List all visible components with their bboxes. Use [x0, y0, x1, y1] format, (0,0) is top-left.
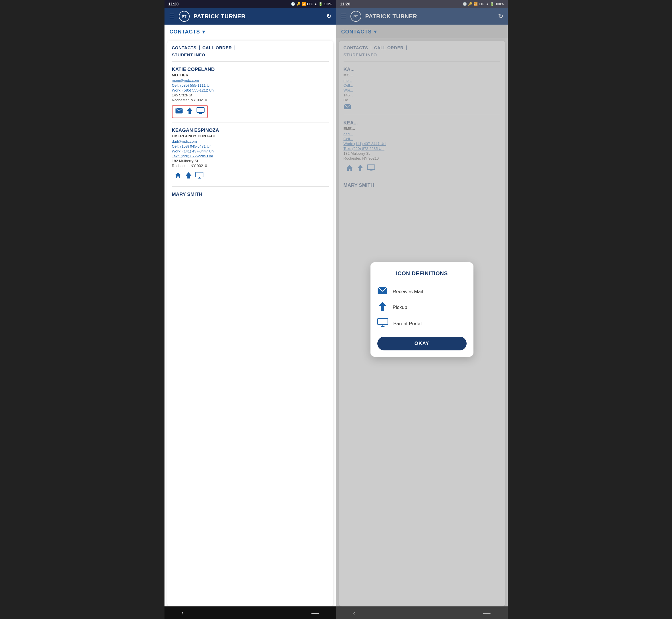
header-title: PATRICK TURNER — [194, 13, 246, 20]
icon-definitions-modal: ICON DEFINITIONS Receives Mail — [371, 262, 473, 357]
contact-icons-0[interactable] — [172, 105, 208, 118]
modal-row-mail: Receives Mail — [377, 287, 467, 297]
modal-mail-icon — [377, 287, 388, 297]
contact-work-1[interactable]: Work: (141) 437-3447 Unl — [172, 149, 329, 153]
avatar: PT — [179, 11, 190, 22]
modal-portal-label: Parent Portal — [393, 321, 422, 327]
monitor-icon-1 — [195, 172, 203, 181]
contact-katie-copeland: KATIE COPELAND MOTHER mom@mdx.com Cell: … — [167, 63, 333, 121]
tab-student-info[interactable]: STUDENT INFO — [167, 52, 333, 60]
contacts-card-left: CONTACTS | CALL ORDER | STUDENT INFO KAT… — [167, 41, 333, 606]
home-button-left[interactable]: — — [312, 609, 319, 616]
hamburger-icon[interactable]: ☰ — [169, 13, 175, 20]
contact-role-0: MOTHER — [172, 73, 329, 77]
contacts-breadcrumb-left[interactable]: CONTACTS ▾ — [164, 24, 336, 38]
contact-email-1[interactable]: dad@mdx.com — [172, 139, 329, 144]
arrow-up-icon-1 — [186, 171, 191, 181]
modal-pickup-label: Pickup — [393, 304, 407, 311]
tab-call-order[interactable]: CALL ORDER — [202, 45, 232, 50]
app-header-left: ☰ PT PATRICK TURNER ↻ — [164, 8, 336, 24]
modal-arrow-up-icon — [377, 301, 388, 314]
contact-address2-1: Rochester, NY 90210 — [172, 163, 329, 168]
contact-text-1[interactable]: Text: (220) 872-2285 Unl — [172, 154, 329, 158]
time-left: 11:20 — [169, 2, 179, 6]
svg-marker-17 — [378, 302, 387, 311]
modal-row-pickup: Pickup — [377, 301, 467, 314]
card-divider-top — [172, 61, 329, 62]
card-divider-1 — [172, 122, 329, 123]
modal-monitor-icon — [377, 318, 388, 329]
modal-mail-label: Receives Mail — [393, 289, 423, 295]
contact-name-1: KEAGAN ESPINOZA — [172, 128, 329, 133]
contact-icons-1 — [172, 170, 329, 182]
svg-marker-5 — [175, 173, 181, 178]
modal-row-portal: Parent Portal — [377, 318, 467, 329]
contact-work-0[interactable]: Work: (585) 555-1212 Unl — [172, 88, 329, 92]
header-left: ☰ PT PATRICK TURNER — [169, 11, 246, 22]
contact-name-2: MARY SMITH — [172, 192, 329, 197]
contact-name-0: KATIE COPELAND — [172, 67, 329, 72]
back-button-left[interactable]: ‹ — [182, 610, 184, 616]
contact-address2-0: Rochester, NY 90210 — [172, 98, 329, 102]
right-screen: 11:20 🕐 🔑 📶 LTE ▲ 🔋 100% ☰ PT PATRICK TU… — [336, 0, 508, 619]
contact-email-0[interactable]: mom@mdx.com — [172, 78, 329, 83]
modal-divider — [377, 282, 467, 282]
svg-rect-2 — [197, 108, 204, 113]
left-screen: 11:20 🕐 🔑 📶 LTE ▲ 🔋 100% ☰ PT PATRICK TU… — [164, 0, 336, 619]
mail-icon-0 — [175, 108, 183, 115]
svg-rect-18 — [378, 318, 388, 325]
contact-mary-smith: MARY SMITH — [167, 188, 333, 201]
card-divider-2 — [172, 186, 329, 187]
modal-okay-button[interactable]: OKAY — [377, 337, 467, 350]
contact-address1-1: 182 Mulberry St — [172, 159, 329, 163]
arrow-up-icon-0 — [187, 107, 193, 116]
contact-address1-0: 145 State St — [172, 93, 329, 97]
contact-role-1: EMERGENCY CONTACT — [172, 134, 329, 138]
svg-marker-6 — [186, 172, 191, 179]
home-icon-1 — [174, 172, 182, 181]
monitor-icon-0 — [197, 107, 205, 116]
card-tabs: CONTACTS | CALL ORDER | — [167, 41, 333, 52]
modal-title: ICON DEFINITIONS — [377, 270, 467, 277]
modal-overlay[interactable]: ICON DEFINITIONS Receives Mail — [336, 0, 508, 619]
status-bar-left: 11:20 🕐 🔑 📶 LTE ▲ 🔋 100% — [164, 0, 336, 8]
contact-cell-0[interactable]: Cell: (585) 555-1111 Unl — [172, 83, 329, 87]
status-icons-left: 🕐 🔑 📶 LTE ▲ 🔋 100% — [291, 2, 332, 6]
contact-keagan-espinoza: KEAGAN ESPINOZA EMERGENCY CONTACT dad@md… — [167, 124, 333, 185]
bottom-bar-left: ‹ — — [164, 606, 336, 619]
breadcrumb-chevron-left: ▾ — [202, 28, 205, 35]
svg-marker-1 — [187, 108, 193, 114]
contact-cell-1[interactable]: Cell: (158) 045-5471 Unl — [172, 144, 329, 148]
breadcrumb-label-left: CONTACTS — [170, 29, 200, 35]
screens-wrapper: 11:20 🕐 🔑 📶 LTE ▲ 🔋 100% ☰ PT PATRICK TU… — [164, 0, 508, 619]
svg-rect-7 — [196, 172, 203, 177]
tab-contacts[interactable]: CONTACTS — [172, 45, 197, 50]
refresh-icon[interactable]: ↻ — [326, 13, 332, 20]
